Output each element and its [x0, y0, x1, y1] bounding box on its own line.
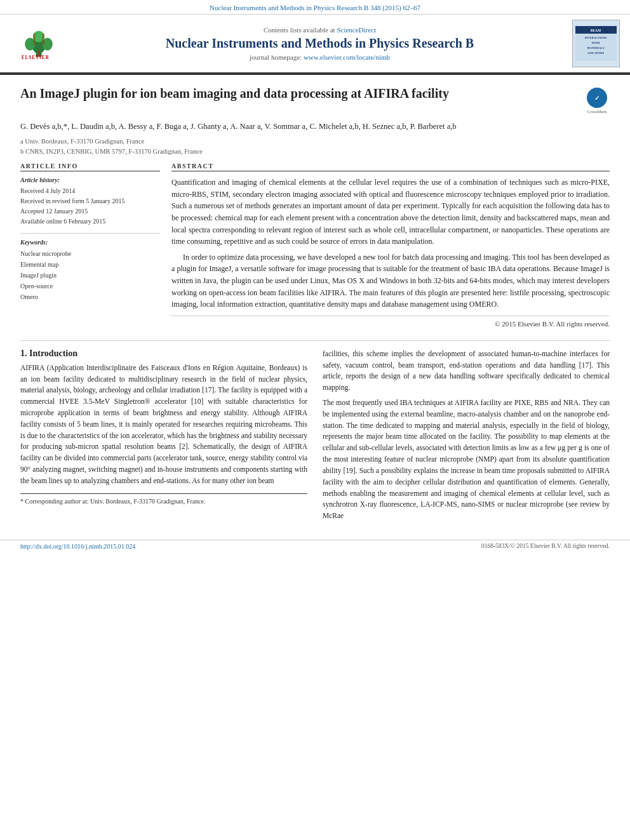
crossmark-label: CrossMark: [587, 109, 607, 114]
svg-rect-5: [33, 34, 36, 45]
contents-line: Contents lists available at ScienceDirec…: [75, 26, 565, 34]
svg-text:AND ATOMS: AND ATOMS: [587, 51, 605, 55]
keywords-label: Keywords:: [20, 239, 160, 246]
footnote-text: * Corresponding author at: Univ. Bordeau…: [20, 497, 307, 506]
journal-title: Nuclear Instruments and Methods in Physi…: [75, 36, 565, 51]
info-abstract-section: ARTICLE INFO Article history: Received 4…: [20, 163, 610, 328]
keyword-3: ImageJ plugin: [20, 270, 160, 281]
abstract-paragraph-1: Quantification and imaging of chemical e…: [171, 177, 610, 248]
article-history-block: Article history: Received 4 July 2014 Re…: [20, 177, 160, 227]
journal-homepage: journal homepage: www.elsevier.com/locat…: [75, 53, 565, 61]
intro-heading: 1. Introduction: [20, 349, 307, 359]
body-right-paragraph-1: facilities, this scheme implies the deve…: [323, 349, 610, 394]
article-title-row: An ImageJ plugin for ion beam imaging an…: [20, 85, 610, 114]
sciencedirect-link[interactable]: ScienceDirect: [337, 26, 376, 34]
doi-link[interactable]: http://dx.doi.org/10.1016/j.nimb.2015.01…: [20, 543, 135, 550]
footnote-section: * Corresponding author at: Univ. Bordeau…: [20, 493, 307, 506]
accepted-date: Accepted 12 January 2015: [20, 206, 160, 217]
body-right-col: facilities, this scheme implies the deve…: [323, 349, 610, 526]
body-right-paragraph-2: The most frequently used IBA techniques …: [323, 397, 610, 522]
authors: G. Devès a,b,*, L. Daudin a,b, A. Bessy …: [20, 121, 610, 133]
elsevier-tree-icon: ELSEVIER: [17, 28, 61, 60]
article-title: An ImageJ plugin for ion beam imaging an…: [20, 85, 577, 102]
footer-bar: http://dx.doi.org/10.1016/j.nimb.2015.01…: [0, 540, 630, 552]
body-two-col: 1. Introduction AIFIRA (Application Inte…: [20, 349, 610, 526]
journal-cover-image: BEAM INTERACTIONS WITH MATERIALS AND ATO…: [572, 20, 620, 67]
affiliation-b: b CNRS, IN2P3, CENBIG, UMR 5797, F-33170…: [20, 147, 610, 157]
crossmark-badge[interactable]: ✓ CrossMark: [584, 88, 610, 114]
body-left-col: 1. Introduction AIFIRA (Application Inte…: [20, 349, 307, 526]
body-left-text: AIFIRA (Application Interdisciplinaire d…: [20, 363, 307, 487]
section-divider: [20, 340, 610, 341]
received-revised-date: Received in revised form 5 January 2015: [20, 196, 160, 206]
footer-license: 0168-583X/© 2015 Elsevier B.V. All right…: [481, 543, 610, 549]
elsevier-logo: ELSEVIER: [10, 28, 67, 60]
affiliations: a Univ. Bordeaux, F-33170 Gradignan, Fra…: [20, 137, 610, 157]
svg-text:WITH: WITH: [592, 41, 600, 44]
info-divider: [20, 233, 160, 234]
article-info-label: ARTICLE INFO: [20, 163, 160, 171]
body-right-text: facilities, this scheme implies the deve…: [323, 349, 610, 522]
history-label: Article history:: [20, 177, 160, 183]
journal-header: ELSEVIER Contents lists available at Sci…: [0, 15, 630, 74]
keyword-1: Nuclear microprobe: [20, 248, 160, 259]
received-date: Received 4 July 2014: [20, 186, 160, 196]
copyright-line: © 2015 Elsevier B.V. All rights reserved…: [171, 316, 610, 328]
crossmark-icon: ✓: [587, 88, 607, 108]
journal-topbar: Nuclear Instruments and Methods in Physi…: [0, 0, 630, 15]
keywords-block: Keywords: Nuclear microprobe Elemental m…: [20, 239, 160, 302]
article-title-section: An ImageJ plugin for ion beam imaging an…: [0, 75, 630, 335]
svg-text:ELSEVIER: ELSEVIER: [22, 55, 50, 60]
body-left-paragraph-1: AIFIRA (Application Interdisciplinaire d…: [20, 363, 307, 487]
abstract-text: Quantification and imaging of chemical e…: [171, 177, 610, 310]
keyword-2: Elemental map: [20, 259, 160, 270]
abstract-label: ABSTRACT: [171, 163, 610, 171]
keyword-4: Open-source: [20, 281, 160, 291]
abstract-col: ABSTRACT Quantification and imaging of c…: [171, 163, 610, 328]
svg-text:INTERACTIONS: INTERACTIONS: [585, 36, 607, 39]
article-info-col: ARTICLE INFO Article history: Received 4…: [20, 163, 160, 328]
available-date: Available online 6 February 2015: [20, 217, 160, 227]
abstract-paragraph-2: In order to optimize data processing, we…: [171, 251, 610, 310]
journal-info: Contents lists available at ScienceDirec…: [75, 26, 565, 61]
keyword-list: Nuclear microprobe Elemental map ImageJ …: [20, 248, 160, 302]
svg-text:MATERIALS: MATERIALS: [587, 46, 605, 50]
cover-graphic: BEAM INTERACTIONS WITH MATERIALS AND ATO…: [575, 26, 617, 61]
svg-rect-6: [42, 34, 44, 45]
keyword-5: Omero: [20, 291, 160, 302]
svg-text:BEAM: BEAM: [591, 29, 601, 32]
affiliation-a: a Univ. Bordeaux, F-33170 Gradignan, Fra…: [20, 137, 610, 147]
body-section: 1. Introduction AIFIRA (Application Inte…: [0, 346, 630, 536]
